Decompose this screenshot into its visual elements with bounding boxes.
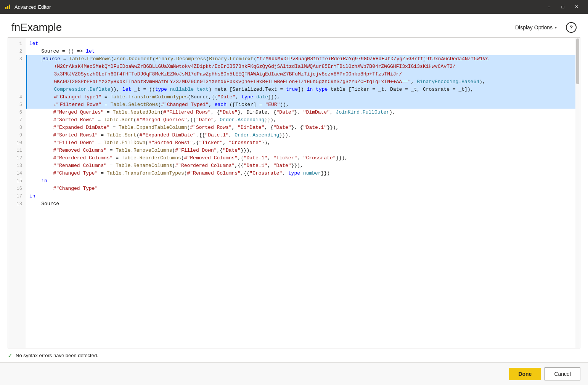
code-fn-7: Table.Sort: [104, 116, 133, 124]
code-text-9f: }}),: [279, 132, 291, 139]
line-num-15: 15: [8, 177, 26, 185]
code-line-16: #"Changed Type": [26, 185, 580, 192]
code-text-8g: }}),: [327, 124, 339, 132]
line-num-8: 8: [8, 124, 26, 132]
code-str-8c: "DimDate": [238, 124, 264, 132]
code-text-3e2: )),: [111, 86, 122, 93]
code-str-8b: #"Sorted Rows": [190, 124, 231, 132]
code-text-6g: ,: [330, 109, 336, 116]
code-str-4b: "Date": [218, 93, 236, 101]
title-bar-left: Advanced Editor: [5, 3, 51, 10]
code-str-6d: "Date": [276, 109, 294, 116]
code-text-14c: (: [184, 170, 187, 177]
display-options-button[interactable]: Display Options ▾: [511, 22, 561, 33]
code-line-8: #"Expanded DimDate" = Table.ExpandTableC…: [26, 124, 580, 132]
code-text-4a: [30, 93, 54, 101]
code-text-7d: ,{{: [187, 116, 196, 124]
code-line-18: Source: [26, 200, 580, 208]
code-str-8a: #"Expanded DimDate": [53, 124, 109, 132]
code-str-13d: "Date": [273, 162, 291, 170]
code-text-13c: (: [172, 162, 175, 170]
code-text-3a: [30, 55, 42, 63]
done-button[interactable]: Done: [509, 368, 541, 380]
cancel-button[interactable]: Cancel: [545, 367, 580, 380]
code-str-7a: #"Sorted Rows": [53, 116, 95, 124]
code-str-13a: #"Renamed Columns": [53, 162, 106, 170]
code-fn-9: Table.Sort: [107, 132, 137, 139]
code-text-14b: =: [98, 170, 106, 177]
code-str-11c: "Date": [223, 147, 241, 154]
code-text-4f: }}),: [268, 93, 280, 101]
code-text-4c: (Source,{{: [188, 93, 218, 101]
code-str-11a: #"Removed Columns": [53, 147, 106, 154]
code-text-7f: }}),: [264, 116, 276, 124]
line-num-14: 14: [8, 170, 26, 177]
code-text-14g: }}): [321, 170, 330, 177]
code-str-16: #"Changed Type": [53, 185, 98, 192]
code-str-7c: "Date": [196, 116, 214, 124]
kw-in-15: in: [41, 177, 47, 185]
code-str-6a: #"Merged Queries": [53, 109, 104, 116]
code-str-5a: #"Filtered Rows": [54, 101, 101, 109]
code-text-5e: ([Ticker] =: [227, 101, 265, 109]
line-num-4c: [8, 78, 26, 86]
editor-container[interactable]: 1 2 3 4 5 6 7 8 9 10 11 12 13 14 15 16: [8, 37, 580, 348]
code-str-9b: #"Expanded DimDate": [140, 132, 196, 139]
code-text-5a: [30, 101, 54, 109]
line-num-4a: [8, 63, 26, 71]
code-text-12f: ,: [297, 154, 303, 162]
maximize-button[interactable]: □: [556, 0, 570, 14]
code-text-12d: ,{: [238, 154, 244, 162]
minimize-button[interactable]: −: [542, 0, 556, 14]
line-num-12: 12: [8, 154, 26, 162]
code-text-8d: ,: [232, 124, 238, 132]
scrollbar-track[interactable]: [575, 38, 580, 348]
code-line-4: #"Changed Type1" = Table.TransformColumn…: [26, 93, 580, 101]
code-fn-4: Table.TransformColumnTypes: [111, 93, 188, 101]
code-text-3e7: [313, 86, 316, 93]
code-line-14: #"Changed Type" = Table.TransformColumnT…: [26, 170, 580, 177]
code-str-12c: "Date.1": [244, 154, 267, 162]
code-str-10c: "Ticker": [199, 139, 223, 147]
code-type-6: JoinKind.FullOuter: [336, 109, 389, 116]
scrollbar-thumb[interactable]: [576, 38, 579, 84]
code-text-3b: Source: [42, 55, 60, 63]
code-text-13b: =: [107, 162, 116, 170]
code-line-17: in: [26, 192, 580, 200]
code-text-12e: ,: [267, 154, 273, 162]
code-fn-6: Table.NestedJoin: [112, 109, 160, 116]
code-text-9c: (: [137, 132, 140, 139]
code-text-11c: (: [172, 147, 175, 154]
code-text-10a: [29, 139, 53, 147]
code-line-3c: 3x3PKJVZ0Syezh0Lofn6Gf4fHFToDJ0qF8MeKzEZ…: [26, 71, 580, 78]
line-num-4b: [8, 71, 26, 78]
code-text-7e: ,: [214, 116, 220, 124]
close-button[interactable]: ✕: [570, 0, 583, 14]
code-fn-10: Table.FillDown: [104, 139, 145, 147]
code-str-6b: #"Filtered Rows": [163, 109, 211, 116]
code-text-6d: , {: [211, 109, 220, 116]
line-num-18: 18: [8, 200, 26, 208]
code-str-14a: #"Changed Type": [53, 170, 98, 177]
code-text-7a: [29, 116, 53, 124]
code-text-9b: =: [98, 132, 106, 139]
line-num-2: 2: [8, 48, 26, 55]
code-str-6c: "Date": [220, 109, 238, 116]
line-num-9: 9: [8, 132, 26, 139]
code-text-3e6: ]): [298, 86, 307, 93]
code-type-3: BinaryEncoding.Base64: [417, 78, 479, 86]
code-text-3h: Binary.Decompress: [156, 55, 206, 63]
code-line-9: #"Sorted Rows1" = Table.Sort(#"Expanded …: [26, 132, 580, 139]
code-text-11e: }}),: [241, 147, 252, 154]
code-str-12b: #"Removed Columns": [184, 154, 238, 162]
code-str-12d: "Ticker": [273, 154, 297, 162]
line-num-16: 16: [8, 185, 26, 192]
code-content[interactable]: let Source = () => let Source = Table.Fr…: [26, 38, 580, 348]
code-text-12b: =: [112, 154, 121, 162]
code-text-8c: (: [187, 124, 190, 132]
code-editor[interactable]: 1 2 3 4 5 6 7 8 9 10 11 12 13 14 15 16: [8, 38, 580, 348]
help-button[interactable]: ?: [566, 22, 577, 33]
code-text-12c: (: [181, 154, 184, 162]
main-content: fnExample Display Options ▾ ? 1 2 3 4 5 …: [0, 14, 588, 385]
code-str-8d: "Date": [273, 124, 291, 132]
